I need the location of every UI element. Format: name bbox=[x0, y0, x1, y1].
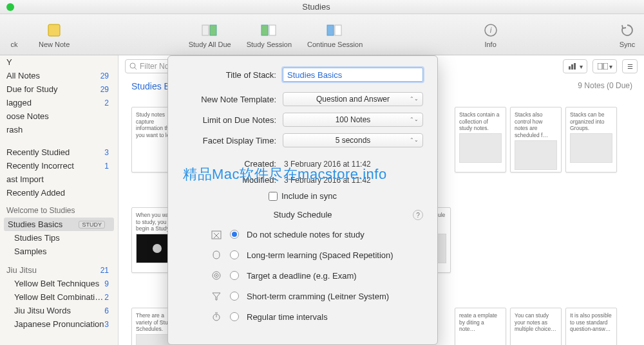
svg-rect-3 bbox=[261, 25, 268, 35]
sync-button[interactable]: Sync bbox=[618, 21, 636, 48]
study-all-due-button[interactable]: Study All Due bbox=[189, 21, 231, 48]
facet-select[interactable]: 5 seconds bbox=[283, 133, 423, 147]
sidebar-item-samples[interactable]: Samples bbox=[0, 245, 118, 258]
svg-point-9 bbox=[130, 63, 135, 68]
stack-title-input[interactable] bbox=[283, 68, 423, 82]
sidebar-item-recent-added[interactable]: Recently Added bbox=[0, 186, 118, 200]
radio-spaced[interactable]: Long-term learning (Spaced Repetition) bbox=[211, 249, 423, 261]
include-sync-checkbox[interactable] bbox=[269, 192, 278, 201]
study-tag: STUDY bbox=[79, 221, 105, 228]
stack-blue-icon bbox=[326, 21, 344, 39]
study-session-button[interactable]: Study Session bbox=[247, 21, 292, 48]
svg-rect-6 bbox=[335, 25, 341, 35]
sidebar-item-flagged[interactable]: lagged2 bbox=[0, 96, 118, 109]
note-card[interactable]: You can study your notes as multiple cho… bbox=[510, 308, 562, 345]
radio-regular[interactable]: Regular time intervals bbox=[211, 311, 423, 322]
info-button[interactable]: i Info bbox=[482, 21, 500, 48]
search-placeholder: Filter Nc bbox=[140, 62, 169, 71]
continue-session-button[interactable]: Continue Session bbox=[307, 21, 363, 48]
note-card[interactable]: Stacks contain a collection of study not… bbox=[455, 107, 506, 172]
radio-leitner[interactable]: Short-term cramming (Leitner System) bbox=[211, 290, 423, 302]
radio-deadline[interactable]: Target a deadline (e.g. Exam) bbox=[211, 270, 423, 281]
sidebar-item[interactable]: Y bbox=[0, 55, 118, 69]
sidebar-item-jjw[interactable]: Jiu Jitsu Words6 bbox=[0, 304, 118, 317]
titlebar: Studies bbox=[0, 0, 644, 14]
continue-session-label: Continue Session bbox=[307, 41, 363, 48]
sidebar: Y All Notes29 Due for Study29 lagged2 oo… bbox=[0, 55, 118, 345]
radio-none[interactable]: Do not schedule notes for study bbox=[211, 228, 423, 240]
view-menu-button[interactable]: ☰ bbox=[622, 59, 638, 73]
template-select[interactable]: Question and Answer bbox=[283, 92, 423, 106]
limit-select[interactable]: 100 Notes bbox=[283, 113, 423, 127]
radio-dot bbox=[230, 250, 239, 259]
sidebar-item-recent-studied[interactable]: Recently Studied3 bbox=[0, 145, 118, 159]
svg-rect-13 bbox=[574, 63, 576, 70]
sidebar-header-jiu[interactable]: Jiu Jitsu 21 bbox=[0, 263, 118, 277]
stack-green-icon bbox=[201, 21, 219, 39]
svg-rect-0 bbox=[48, 24, 60, 36]
funnel-icon bbox=[211, 290, 222, 302]
target-icon bbox=[211, 270, 222, 281]
svg-rect-15 bbox=[603, 63, 608, 70]
sync-icon bbox=[618, 21, 636, 39]
svg-rect-14 bbox=[598, 63, 602, 70]
back-button[interactable]: ck bbox=[5, 21, 23, 48]
note-card[interactable]: Stacks also control how notes are schedu… bbox=[510, 107, 562, 172]
stack-info-panel: Title of Stack: New Note Template: Quest… bbox=[167, 55, 438, 345]
sidebar-item-ybt[interactable]: Yellow Belt Techniques9 bbox=[0, 277, 118, 290]
facet-label: Facet Display Time: bbox=[182, 136, 283, 145]
radio-dot bbox=[230, 230, 239, 239]
card-thumbnail bbox=[515, 140, 557, 170]
help-button[interactable]: ? bbox=[413, 210, 423, 220]
traffic-maximize[interactable] bbox=[6, 3, 14, 11]
calendar-x-icon bbox=[211, 228, 222, 240]
chart-icon bbox=[568, 62, 578, 70]
toolbar: ck New Note Study All Due Study bbox=[0, 14, 644, 55]
grid-icon bbox=[598, 63, 608, 70]
view-chart-button[interactable]: ▾ bbox=[563, 59, 587, 73]
sidebar-item-trash[interactable]: rash bbox=[0, 123, 118, 136]
card-thumbnail bbox=[570, 133, 612, 163]
info-icon: i bbox=[482, 21, 500, 39]
view-grid-button[interactable]: ▾ bbox=[592, 59, 617, 73]
menu-icon: ☰ bbox=[627, 63, 633, 70]
sidebar-item-recent-incorrect[interactable]: Recently Incorrect1 bbox=[0, 159, 118, 172]
radio-dot bbox=[230, 271, 239, 280]
stack-green2-icon bbox=[260, 21, 278, 39]
modified-label: Modified: bbox=[182, 175, 283, 185]
study-all-label: Study All Due bbox=[189, 41, 231, 48]
limit-label: Limit on Due Notes: bbox=[182, 115, 283, 125]
new-note-button[interactable]: New Note bbox=[39, 21, 70, 48]
svg-rect-12 bbox=[571, 64, 573, 70]
svg-rect-16 bbox=[212, 231, 221, 239]
view-controls: ▾ ▾ ☰ bbox=[563, 59, 638, 73]
sidebar-item-loose[interactable]: oose Notes bbox=[0, 109, 118, 123]
modified-value: 3 February 2016 at 11:42 bbox=[283, 176, 423, 185]
notes-count-label: 9 Notes (0 Due) bbox=[578, 81, 632, 90]
svg-rect-1 bbox=[202, 25, 209, 35]
title-label: Title of Stack: bbox=[182, 70, 283, 80]
svg-rect-2 bbox=[210, 25, 216, 35]
note-card[interactable]: It is also possible to use standard ques… bbox=[565, 308, 617, 345]
sidebar-item-studies-basics[interactable]: Studies Basics STUDY bbox=[4, 218, 114, 231]
sidebar-item-studies-tips[interactable]: Studies Tips bbox=[0, 231, 118, 245]
schedule-header: Study Schedule bbox=[273, 210, 332, 219]
sidebar-item-last-import[interactable]: ast Import bbox=[0, 172, 118, 186]
note-card[interactable]: reate a emplate by diting a note… bbox=[455, 308, 506, 345]
note-card[interactable]: Stacks can be organized into Groups. bbox=[565, 107, 617, 172]
created-value: 3 February 2016 at 11:42 bbox=[283, 160, 423, 169]
svg-line-10 bbox=[135, 68, 137, 70]
card-thumbnail bbox=[459, 133, 502, 163]
note-icon bbox=[45, 21, 63, 39]
created-label: Created: bbox=[182, 159, 283, 169]
sync-label: Sync bbox=[620, 41, 635, 48]
sidebar-item-ybc[interactable]: Yellow Belt Combinations2 bbox=[0, 290, 118, 304]
new-note-label: New Note bbox=[39, 41, 70, 48]
study-session-label: Study Session bbox=[247, 41, 292, 48]
sidebar-item-jp[interactable]: Japanese Pronunciation3 bbox=[0, 317, 118, 331]
template-label: New Note Template: bbox=[182, 95, 283, 104]
include-sync-label: Include in sync bbox=[281, 191, 337, 201]
sidebar-item-all-notes[interactable]: All Notes29 bbox=[0, 69, 118, 82]
sidebar-item-due[interactable]: Due for Study29 bbox=[0, 82, 118, 96]
search-icon bbox=[129, 62, 137, 70]
